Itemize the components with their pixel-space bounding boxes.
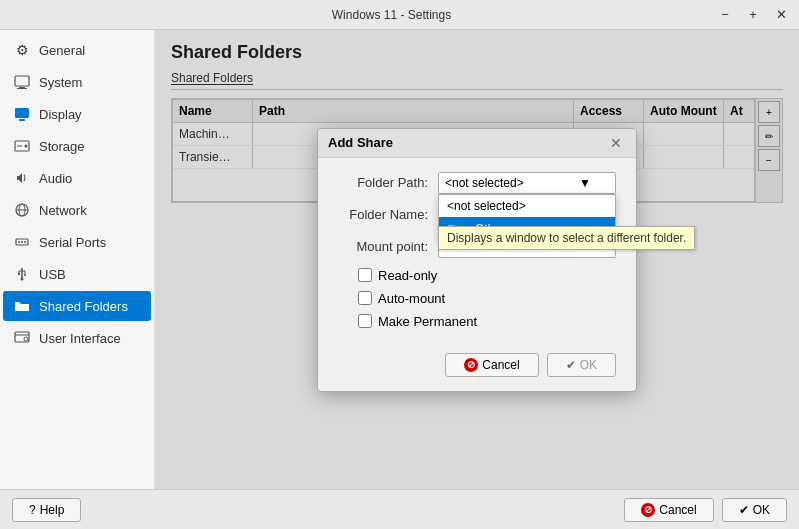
sidebar-item-general[interactable]: ⚙ General <box>3 35 151 65</box>
sidebar-label-network: Network <box>39 203 87 218</box>
minimize-button[interactable]: − <box>715 7 735 22</box>
mount-point-label: Mount point: <box>338 239 438 254</box>
dialog-titlebar: Add Share ✕ <box>318 129 636 158</box>
maximize-button[interactable]: + <box>743 7 763 22</box>
svg-point-21 <box>24 337 28 341</box>
folder-path-value: <not selected> <box>445 176 524 190</box>
general-icon: ⚙ <box>13 41 31 59</box>
usb-icon <box>13 265 31 283</box>
main-cancel-label: Cancel <box>659 503 696 517</box>
add-share-dialog: Add Share ✕ Folder Path: <not selected> … <box>317 128 637 392</box>
automount-label: Auto-mount <box>378 291 445 306</box>
bottom-bar: ? Help ⊘ Cancel ✔ OK <box>0 489 799 529</box>
dialog-close-button[interactable]: ✕ <box>606 135 626 151</box>
serial-ports-icon <box>13 233 31 251</box>
svg-point-18 <box>21 278 24 281</box>
main-ok-button[interactable]: ✔ OK <box>722 498 787 522</box>
folder-path-row: Folder Path: <not selected> ▼ <box>338 172 616 194</box>
window-title: Windows 11 - Settings <box>68 8 715 22</box>
window-controls: − + ✕ <box>715 7 791 22</box>
cancel-icon: ⊘ <box>464 358 478 372</box>
sidebar-label-shared-folders: Shared Folders <box>39 299 128 314</box>
dropdown-arrow-icon: ▼ <box>579 176 591 190</box>
help-button[interactable]: ? Help <box>12 498 81 522</box>
help-icon: ? <box>29 503 36 517</box>
dialog-cancel-button[interactable]: ⊘ Cancel <box>445 353 538 377</box>
tooltip-other: Displays a window to select a different … <box>438 226 695 250</box>
svg-rect-17 <box>18 273 20 275</box>
readonly-label: Read-only <box>378 268 437 283</box>
svg-point-14 <box>24 241 26 243</box>
system-icon <box>13 73 31 91</box>
sidebar-item-display[interactable]: Display <box>3 99 151 129</box>
permanent-label: Make Permanent <box>378 314 477 329</box>
folder-name-label: Folder Name: <box>338 207 438 222</box>
option-not-selected[interactable]: <not selected> <box>439 195 615 217</box>
sidebar-item-audio[interactable]: Audio <box>3 163 151 193</box>
bottom-left: ? Help <box>12 498 81 522</box>
permanent-row: Make Permanent <box>338 314 616 329</box>
option-not-selected-label: <not selected> <box>447 199 526 213</box>
sidebar-item-usb[interactable]: USB <box>3 259 151 289</box>
readonly-row: Read-only <box>338 268 616 283</box>
svg-rect-2 <box>17 88 27 89</box>
network-icon <box>13 201 31 219</box>
sidebar-item-storage[interactable]: Storage <box>3 131 151 161</box>
dialog-content: Folder Path: <not selected> ▼ <box>318 158 636 345</box>
sidebar-item-shared-folders[interactable]: Shared Folders <box>3 291 151 321</box>
folder-path-label: Folder Path: <box>338 175 438 190</box>
sidebar-label-serial-ports: Serial Ports <box>39 235 106 250</box>
svg-rect-4 <box>19 119 25 121</box>
display-icon <box>13 105 31 123</box>
sidebar: ⚙ General System Display Storage Audio <box>0 30 155 489</box>
close-button[interactable]: ✕ <box>771 7 791 22</box>
readonly-checkbox[interactable] <box>358 268 372 282</box>
main-cancel-icon: ⊘ <box>641 503 655 517</box>
svg-point-12 <box>18 241 20 243</box>
folder-path-dropdown[interactable]: <not selected> ▼ <not selected> <box>438 172 616 194</box>
folder-path-display[interactable]: <not selected> ▼ <box>438 172 616 194</box>
main-ok-label: OK <box>753 503 770 517</box>
sidebar-item-system[interactable]: System <box>3 67 151 97</box>
dialog-ok-button[interactable]: ✔ OK <box>547 353 616 377</box>
shared-folders-icon <box>13 297 31 315</box>
svg-point-16 <box>24 274 26 276</box>
dialog-overlay: Add Share ✕ Folder Path: <not selected> … <box>155 30 799 489</box>
sidebar-item-network[interactable]: Network <box>3 195 151 225</box>
sidebar-label-system: System <box>39 75 82 90</box>
sidebar-item-user-interface[interactable]: User Interface <box>3 323 151 353</box>
main-window: ⚙ General System Display Storage Audio <box>0 30 799 489</box>
permanent-checkbox[interactable] <box>358 314 372 328</box>
title-bar: Windows 11 - Settings − + ✕ <box>0 0 799 30</box>
sidebar-item-serial-ports[interactable]: Serial Ports <box>3 227 151 257</box>
automount-row: Auto-mount <box>338 291 616 306</box>
sidebar-label-storage: Storage <box>39 139 85 154</box>
bottom-right: ⊘ Cancel ✔ OK <box>624 498 787 522</box>
sidebar-label-audio: Audio <box>39 171 72 186</box>
storage-icon <box>13 137 31 155</box>
dialog-ok-label: OK <box>580 358 597 372</box>
svg-rect-3 <box>15 108 29 118</box>
dialog-buttons: ⊘ Cancel ✔ OK <box>318 345 636 377</box>
content-area: Shared Folders Shared Folders Name Path … <box>155 30 799 489</box>
main-ok-icon: ✔ <box>739 503 749 517</box>
sidebar-label-user-interface: User Interface <box>39 331 121 346</box>
help-label: Help <box>40 503 65 517</box>
automount-checkbox[interactable] <box>358 291 372 305</box>
svg-point-6 <box>25 145 28 148</box>
svg-rect-0 <box>15 76 29 86</box>
dialog-title: Add Share <box>328 135 393 150</box>
sidebar-label-general: General <box>39 43 85 58</box>
svg-point-13 <box>21 241 23 243</box>
folder-path-control: <not selected> ▼ <not selected> <box>438 172 616 194</box>
main-cancel-button[interactable]: ⊘ Cancel <box>624 498 713 522</box>
tooltip-text: Displays a window to select a different … <box>447 231 686 245</box>
audio-icon <box>13 169 31 187</box>
sidebar-label-usb: USB <box>39 267 66 282</box>
dialog-cancel-label: Cancel <box>482 358 519 372</box>
ok-icon: ✔ <box>566 358 576 372</box>
user-interface-icon <box>13 329 31 347</box>
sidebar-label-display: Display <box>39 107 82 122</box>
